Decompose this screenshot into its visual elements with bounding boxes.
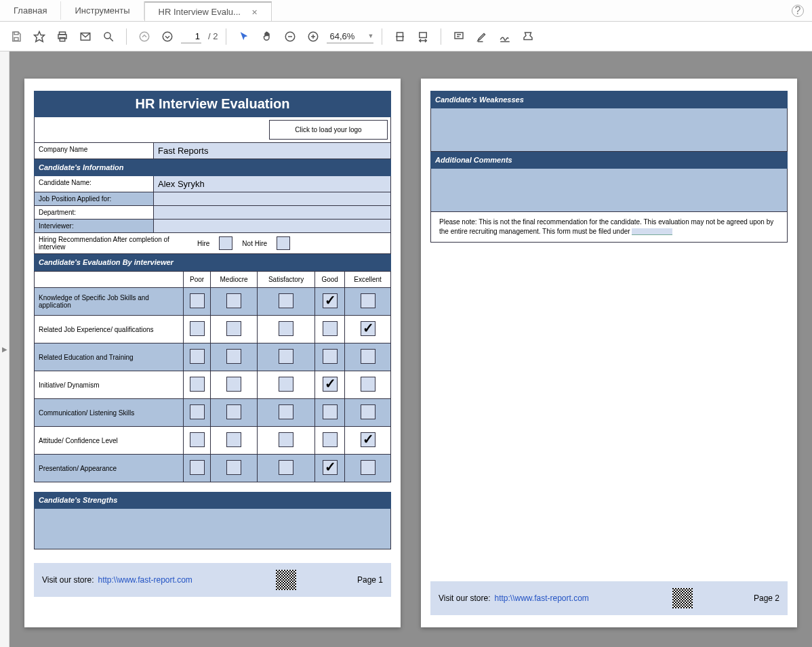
section-comments: Additional Comments (430, 152, 788, 169)
qr-code-icon (276, 570, 296, 590)
department-label: Department: (35, 206, 153, 219)
print-icon[interactable] (53, 27, 72, 46)
criterion-label: Knowledge of Specific Job Skills and app… (35, 288, 184, 316)
comment-icon[interactable] (449, 27, 468, 46)
rating-checkbox[interactable] (226, 460, 241, 475)
strengths-box (34, 509, 391, 549)
criterion-label: Related Job Experience/ qualifications (35, 316, 184, 343)
rating-checkbox[interactable] (361, 293, 375, 308)
page-number: Page 1 (357, 575, 383, 585)
page-footer: Visit our store: http:\\www.fast-report.… (34, 563, 391, 597)
highlight-icon[interactable] (472, 27, 491, 46)
pointer-icon[interactable] (235, 27, 253, 46)
page-number-input[interactable] (181, 30, 201, 43)
rating-checkbox[interactable] (226, 349, 241, 364)
rating-checkbox[interactable] (323, 321, 338, 336)
footer-link[interactable]: http:\\www.fast-report.com (494, 593, 588, 603)
not-hire-checkbox[interactable] (277, 236, 290, 250)
rating-checkbox[interactable] (226, 432, 241, 447)
rating-checkbox[interactable] (323, 349, 338, 364)
tab-document[interactable]: HR Interview Evalu... ✕ (144, 1, 272, 21)
rating-checkbox[interactable] (190, 432, 205, 447)
rating-checkbox[interactable] (279, 321, 293, 336)
logo-placeholder[interactable]: Click to load your logo (269, 120, 388, 140)
rating-checkbox[interactable] (323, 460, 338, 475)
rating-checkbox[interactable] (190, 404, 205, 419)
page-footer: Visit our store: http:\\www.fast-report.… (430, 581, 788, 615)
rating-checkbox[interactable] (323, 377, 338, 392)
rating-checkbox[interactable] (279, 460, 293, 475)
rating-checkbox[interactable] (323, 293, 338, 308)
search-icon[interactable] (99, 27, 118, 46)
interviewer-value (153, 220, 390, 232)
chevron-down-icon[interactable]: ▼ (367, 33, 373, 39)
evaluation-table: PoorMediocreSatisfactoryGoodExcellent Kn… (34, 271, 391, 482)
toolbar: / 2 ▼ (0, 22, 812, 51)
hand-icon[interactable] (258, 27, 277, 46)
section-candidate-info: Candidate's Information (34, 159, 391, 176)
hire-label: Hire (197, 240, 209, 247)
rating-checkbox[interactable] (190, 349, 205, 364)
rating-checkbox[interactable] (279, 293, 293, 308)
rating-checkbox[interactable] (323, 432, 338, 447)
zoom-input[interactable] (327, 30, 367, 43)
tab-tools[interactable]: Инструменты (61, 1, 144, 20)
rating-checkbox[interactable] (361, 321, 375, 336)
page-up-icon[interactable] (135, 27, 154, 46)
fit-width-icon[interactable] (413, 27, 432, 46)
rating-checkbox[interactable] (361, 404, 375, 419)
rating-checkbox[interactable] (190, 293, 205, 308)
rating-checkbox[interactable] (279, 432, 293, 447)
email-icon[interactable] (76, 27, 95, 46)
rating-checkbox[interactable] (226, 321, 241, 336)
document-viewer[interactable]: HR Interview Evaluation Click to load yo… (9, 51, 812, 647)
rating-checkbox[interactable] (323, 404, 338, 419)
zoom-in-icon[interactable] (304, 27, 323, 46)
separator (126, 28, 127, 45)
favorite-icon[interactable] (30, 27, 49, 46)
footer-text: Visit our store: (42, 575, 94, 585)
stamp-icon[interactable] (519, 27, 537, 46)
page-down-icon[interactable] (158, 27, 177, 46)
rating-checkbox[interactable] (361, 460, 375, 475)
rating-checkbox[interactable] (361, 432, 375, 447)
svg-marker-2 (35, 31, 45, 41)
svg-rect-17 (420, 33, 427, 38)
zoom-out-icon[interactable] (281, 27, 300, 46)
rating-checkbox[interactable] (279, 377, 293, 392)
criterion-label: Attitude/ Confidence Level (35, 427, 184, 455)
rating-checkbox[interactable] (279, 404, 293, 419)
footer-link[interactable]: http:\\www.fast-report.com (98, 575, 192, 585)
close-icon[interactable]: ✕ (251, 8, 258, 16)
department-value (153, 206, 390, 219)
rating-header: Mediocre (211, 272, 258, 288)
sign-icon[interactable] (495, 27, 514, 46)
rating-checkbox[interactable] (190, 377, 205, 392)
help-icon[interactable]: ? (792, 5, 804, 17)
rating-checkbox[interactable] (190, 321, 205, 336)
hire-recommendation-label: Hiring Recommendation After completion o… (39, 236, 188, 251)
svg-point-9 (140, 32, 149, 41)
rating-checkbox[interactable] (190, 460, 205, 475)
separator (382, 28, 382, 45)
rating-checkbox[interactable] (226, 404, 241, 419)
qr-code-icon (672, 588, 693, 608)
criterion-label: Communication/ Listening Skills (35, 399, 184, 427)
chevron-right-icon: ▶ (2, 346, 7, 353)
rating-checkbox[interactable] (226, 293, 241, 308)
rating-checkbox[interactable] (279, 349, 293, 364)
rating-checkbox[interactable] (226, 377, 241, 392)
fit-page-icon[interactable] (390, 27, 409, 46)
rating-checkbox[interactable] (361, 349, 375, 364)
tab-bar: Главная Инструменты HR Interview Evalu..… (0, 0, 812, 22)
rating-checkbox[interactable] (361, 377, 375, 392)
sidebar-expand-handle[interactable]: ▶ (0, 51, 9, 647)
hire-checkbox[interactable] (219, 236, 232, 250)
save-icon[interactable] (7, 27, 26, 46)
tab-main[interactable]: Главная (0, 1, 61, 20)
page-number: Page 2 (754, 593, 779, 603)
page-1: HR Interview Evaluation Click to load yo… (24, 79, 401, 627)
candidate-name-label: Candidate Name: (35, 176, 153, 192)
job-position-value (153, 192, 390, 205)
company-value: Fast Reports (153, 143, 390, 159)
